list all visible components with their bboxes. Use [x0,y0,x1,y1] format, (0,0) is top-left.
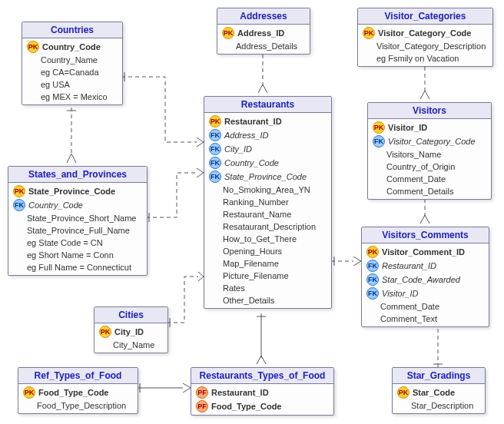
blank-icon [209,197,220,207]
entity-visitor_categories: Visitor_CategoriesPKVisitor_Category_Cod… [357,8,493,67]
fk-icon: FK [366,287,379,300]
entity-title: Countries [22,22,122,38]
field-label: Map_Filename [223,259,279,268]
field-row: Ranking_Number [207,196,328,208]
field-row: FKAddress_ID [207,128,328,142]
blank-icon [209,295,220,306]
field-label: eg Short Name = Conn [27,250,114,260]
pk-icon: PK [373,121,385,134]
field-label: Visitor_ID [382,289,418,298]
field-label: Visitor_Category_Code [378,28,471,38]
blank-icon [222,41,233,51]
field-row: Rates [207,282,328,294]
blank-icon [23,400,34,411]
field-label: eg Fsmily on Vacation [376,54,459,63]
field-row: eg State Code = CN [12,237,144,249]
field-label: City_ID [114,327,144,336]
field-label: State_Province_Full_Name [27,226,130,235]
field-label: Food_Type_Code [211,402,281,411]
field-label: Rates [223,283,245,293]
pk-icon: PK [366,246,379,258]
entity-visitors_comments: Visitors_CommentsPKVisitor_Comment_IDFKR… [361,227,489,327]
entity-body: PKVisitor_Comment_IDFKRestaurant_IDFKSta… [362,243,489,326]
field-row: Other_Details [207,294,328,306]
field-row: eg CA=Canada [25,66,119,78]
field-row: Comment_Text [365,313,486,325]
blank-icon [13,262,24,273]
field-label: Visitor_Category_Code [388,137,476,146]
field-row: PKCountry_Code [25,40,119,54]
field-row: Address_Details [220,40,307,52]
field-row: eg Full Name = Connecticut [12,261,144,273]
blank-icon [373,186,383,197]
entity-title: Cities [94,307,167,323]
pf-icon: PF [196,386,208,399]
field-row: Opening_Hours [207,245,328,257]
blank-icon [99,340,110,350]
blank-icon [397,400,408,411]
entity-visitors: VisitorsPKVisitor_IDFKVisitor_Category_C… [367,102,492,200]
field-row: Visitors_Name [371,148,488,161]
fk-icon: FK [366,260,379,272]
field-label: eg MEX = Mexico [41,92,108,101]
field-row: FKCountry_Code [12,198,144,212]
field-label: Star_Code [413,388,455,397]
entity-title: States_and_Provinces [8,167,147,183]
field-row: Map_Filename [207,257,328,270]
entity-title: Restaurants [204,97,331,113]
field-row: Country_Name [25,54,119,66]
field-label: State_Province_Code [224,172,307,181]
pk-icon: PK [13,185,25,197]
field-row: Resataurant_Description [207,220,328,233]
entity-title: Star_Gradings [393,368,485,384]
field-row: FKCity_ID [207,142,328,156]
field-row: Visitor_Category_Description [361,40,489,52]
field-label: Country_Code [224,158,279,167]
field-label: Restaurant_ID [382,261,436,270]
field-row: Comment_Date [371,173,488,185]
blank-icon [209,246,220,257]
entity-title: Addresses [217,8,310,25]
field-label: Restaurant_ID [211,388,269,397]
field-label: Country_Code [42,42,101,51]
field-label: No_Smoking_Area_YN [223,185,310,194]
entity-ref_types_food: Ref_Types_of_FoodPKFood_Type_CodeFood_Ty… [18,367,138,414]
field-label: Food_Type_Code [38,388,108,397]
field-label: Comment_Date [380,302,439,311]
fk-icon: FK [13,199,25,211]
pk-icon: PK [222,27,234,39]
field-row: Food_Type_Description [22,399,134,412]
field-label: Country_Code [28,200,83,210]
field-row: City_Name [98,339,164,351]
field-row: eg Fsmily on Vacation [361,52,489,65]
field-row: eg USA [25,78,119,91]
field-label: Opening_Hours [223,247,282,256]
fk-icon: FK [209,143,221,155]
blank-icon [13,250,24,260]
entity-title: Visitor_Categories [358,8,492,25]
field-label: Visitor_Category_Description [376,41,486,51]
fk-icon: FK [373,135,385,147]
pk-icon: PK [27,41,39,53]
blank-icon [209,234,220,244]
pk-icon: PK [23,386,35,399]
field-label: State_Province_Code [28,187,115,196]
entity-star_gradings: Star_GradingsPKStar_CodeStar_Description [392,367,486,414]
entity-title: Restaurants_Types_of_Food [191,368,333,384]
field-row: Star_Description [396,399,482,412]
blank-icon [209,209,220,220]
field-label: State_Province_Short_Name [27,214,136,223]
entity-cities: CitiesPKCity_IDCity_Name [94,306,168,353]
field-label: How_to_Get_There [223,234,297,243]
blank-icon [373,161,383,172]
field-row: PKFood_Type_Code [22,386,134,399]
field-label: Star_Description [411,401,473,410]
field-label: Visitor_Comment_ID [382,247,465,257]
field-label: eg State Code = CN [27,238,103,247]
field-row: FKRestaurant_ID [365,259,486,273]
blank-icon [27,79,38,90]
field-label: Restaurant_ID [224,117,282,126]
field-label: Other_Details [223,296,274,305]
pk-icon: PK [397,386,410,399]
blank-icon [27,67,38,78]
